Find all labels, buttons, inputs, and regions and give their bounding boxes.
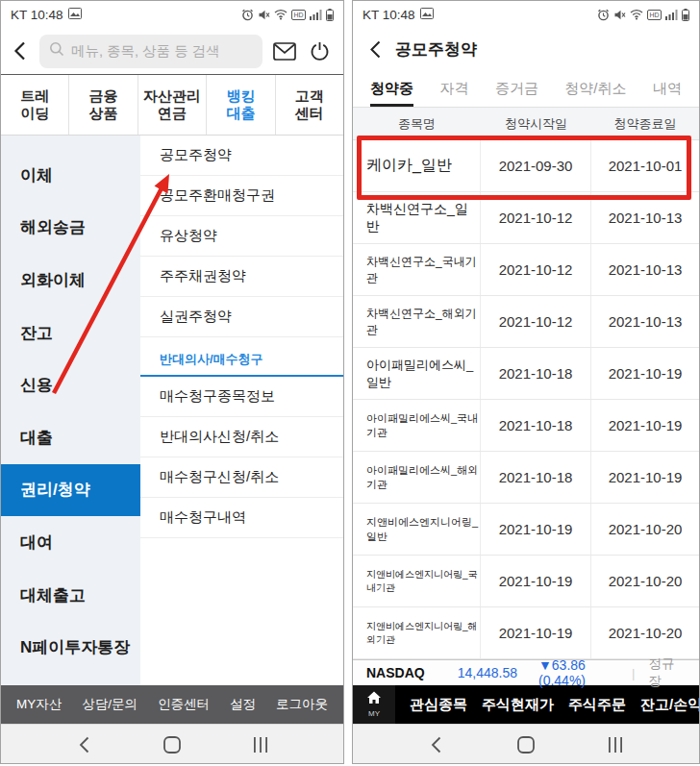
nav-back-icon[interactable]: [64, 731, 103, 758]
search-input[interactable]: [71, 43, 253, 59]
sidebar-item-balance[interactable]: 잔고: [1, 307, 140, 359]
bottom-cert-center[interactable]: 인증센터: [158, 696, 210, 713]
wifi-icon: [274, 9, 288, 20]
mail-icon[interactable]: [272, 38, 297, 63]
index-name: NASDAQ: [366, 665, 425, 680]
end-date: 2021-10-01: [591, 140, 699, 191]
sidebar-item-lending[interactable]: 대여: [1, 516, 140, 569]
tab-apply-cancel[interactable]: 청약/취소: [564, 70, 626, 107]
hd-icon: HD: [647, 10, 662, 20]
sidebar-item-fx-transfer[interactable]: 외화이체: [1, 254, 140, 307]
stock-name: 지앤비에스엔지니어링_일반: [353, 515, 480, 544]
sidebar-item-rights-subscription[interactable]: 권리/청약: [1, 464, 140, 517]
table-row[interactable]: 차백신연구소_일반 2021-10-12 2021-10-13: [353, 192, 699, 244]
sidebar-item-loan[interactable]: 대출: [1, 411, 140, 464]
table-row[interactable]: 케이카_일반 2021-09-30 2021-10-01: [353, 140, 699, 192]
submenu-purchase-claim-apply-cancel[interactable]: 매수청구신청/취소: [140, 457, 343, 498]
status-time-text: KT 10:48: [11, 8, 63, 22]
nav-home-icon[interactable]: [507, 731, 545, 758]
tab-financial-products[interactable]: 금융상품: [69, 75, 138, 135]
ticker-divider: |: [632, 666, 635, 680]
stock-name: 아이패밀리에스씨_해외기관: [353, 463, 480, 492]
end-date: 2021-10-20: [591, 556, 699, 606]
table-row[interactable]: 지앤비에스엔지니어링_일반 2021-10-19 2021-10-20: [353, 504, 699, 556]
nav-back-icon[interactable]: [417, 731, 456, 758]
mute-icon: [613, 9, 626, 21]
mute-icon: [258, 9, 270, 21]
start-date: 2021-10-19: [481, 607, 591, 658]
tab-asset-management[interactable]: 자산관리연금: [138, 75, 207, 135]
back-button[interactable]: [364, 38, 386, 60]
start-date: 2021-10-18: [481, 348, 591, 399]
table-row[interactable]: 아이패밀리에스씨_해외기관 2021-10-18 2021-10-19: [353, 452, 699, 504]
nav-watchlist[interactable]: 관심종목: [410, 696, 467, 714]
right-status-bar: KT 10:48 HD: [353, 1, 699, 28]
utility-bottom-bar: MY자산 상담/문의 인증센터 설정 로그아웃: [1, 685, 343, 724]
svg-text:HD: HD: [649, 12, 659, 18]
start-date: 2021-10-12: [481, 296, 591, 347]
page-header: 공모주청약: [353, 28, 699, 70]
stock-name: 아이패밀리에스씨_국내기관: [353, 411, 480, 440]
end-date: 2021-10-13: [591, 192, 699, 243]
screenshot-pair: KT 10:48 HD 트레이딩 금융상품 자산: [0, 0, 700, 766]
bottom-settings[interactable]: 설정: [230, 696, 256, 713]
signal-icon: [665, 9, 678, 20]
market-ticker-bar[interactable]: NASDAQ 14,448.58 ▼63.86 (0.44%) | 정규장: [353, 659, 699, 685]
tab-in-subscription[interactable]: 청약중: [370, 70, 413, 107]
start-date: 2021-10-19: [481, 504, 591, 555]
carrier-time: KT 10:48: [362, 8, 434, 22]
nav-stock-order[interactable]: 주식주문: [568, 696, 626, 714]
nav-balance-pnl[interactable]: 잔고/손익: [640, 696, 700, 714]
submenu-forfeited-share-subscription[interactable]: 실권주청약: [140, 297, 343, 337]
right-screenshot: KT 10:48 HD 공모주청약 청약중 자격 증거금 청약/취소 내역: [352, 0, 700, 764]
table-row[interactable]: 지앤비에스엔지니어링_해외기관 2021-10-19 2021-10-20: [353, 607, 699, 659]
nav-recents-icon[interactable]: [241, 731, 280, 758]
submenu-shareholder-bond-subscription[interactable]: 주주채권청약: [140, 257, 343, 297]
bottom-logout[interactable]: 로그아웃: [276, 696, 328, 713]
tab-banking-loan[interactable]: 뱅킹대출: [207, 75, 275, 135]
end-date: 2021-10-13: [591, 244, 699, 295]
quick-nav-bar: MY 관심종목 주식현재가 주식주문 잔고/손익 차트 메뉴: [353, 685, 699, 724]
android-nav-bar: [1, 724, 343, 764]
bottom-consult[interactable]: 상담/문의: [82, 696, 138, 713]
tab-trading[interactable]: 트레이딩: [1, 75, 69, 135]
table-row[interactable]: 지앤비에스엔지니어링_국내기관 2021-10-19 2021-10-20: [353, 556, 699, 607]
submenu-purchase-claim-info[interactable]: 매수청구종목정보: [140, 377, 343, 417]
back-button[interactable]: [9, 40, 30, 62]
svg-text:HD: HD: [293, 12, 303, 18]
submenu-purchase-claim-history[interactable]: 매수청구내역: [140, 498, 343, 538]
table-row[interactable]: 차백신연구소_국내기관 2021-10-12 2021-10-13: [353, 244, 699, 296]
stock-name: 차백신연구소_일반: [353, 201, 480, 235]
tab-eligibility[interactable]: 자격: [439, 70, 468, 107]
sidebar-item-transfer[interactable]: 이체: [1, 149, 140, 202]
end-date: 2021-10-19: [591, 348, 699, 399]
nav-home-icon[interactable]: [153, 731, 191, 758]
nav-recents-icon[interactable]: [596, 731, 635, 758]
table-row[interactable]: 아이패밀리에스씨_일반 2021-10-18 2021-10-19: [353, 348, 699, 400]
table-row[interactable]: 아이패밀리에스씨_국내기관 2021-10-18 2021-10-19: [353, 400, 699, 452]
submenu-ipo-subscription[interactable]: 공모주청약: [140, 136, 343, 176]
submenu-ipo-put-back-option[interactable]: 공모주환매청구권: [140, 176, 343, 216]
sidebar-item-transfer-out[interactable]: 대체출고: [1, 569, 140, 622]
submenu-paid-subscription[interactable]: 유상청약: [140, 216, 343, 257]
carrier-time: KT 10:48: [11, 8, 82, 22]
sidebar-item-credit[interactable]: 신용: [1, 358, 140, 411]
status-icons: HD: [241, 9, 334, 21]
tab-deposit[interactable]: 증거금: [495, 70, 538, 107]
col-header-name: 종목명: [353, 115, 481, 133]
nav-my-home[interactable]: MY: [353, 685, 395, 724]
nav-stock-price[interactable]: 주식현재가: [482, 696, 554, 714]
table-header-row: 종목명 청약시작일 청약종료일: [353, 107, 699, 140]
stock-name: 지앤비에스엔지니어링_해외기관: [353, 620, 480, 647]
search-bar[interactable]: [39, 35, 262, 68]
submenu-panel: 공모주청약 공모주환매청구권 유상청약 주주채권청약 실권주청약 반대의사/매수…: [140, 136, 343, 685]
sidebar-item-npay-account[interactable]: N페이투자통장: [1, 621, 140, 674]
bottom-my-assets[interactable]: MY자산: [16, 696, 62, 713]
submenu-dissent-apply-cancel[interactable]: 반대의사신청/취소: [140, 417, 343, 457]
tab-customer-center[interactable]: 고객센터: [276, 75, 343, 135]
table-row[interactable]: 차백신연구소_해외기관 2021-10-12 2021-10-13: [353, 296, 699, 348]
tab-history[interactable]: 내역: [653, 70, 682, 107]
power-icon[interactable]: [307, 38, 332, 63]
sidebar-item-overseas-remittance[interactable]: 해외송금: [1, 202, 140, 255]
photo-icon: [420, 8, 434, 22]
